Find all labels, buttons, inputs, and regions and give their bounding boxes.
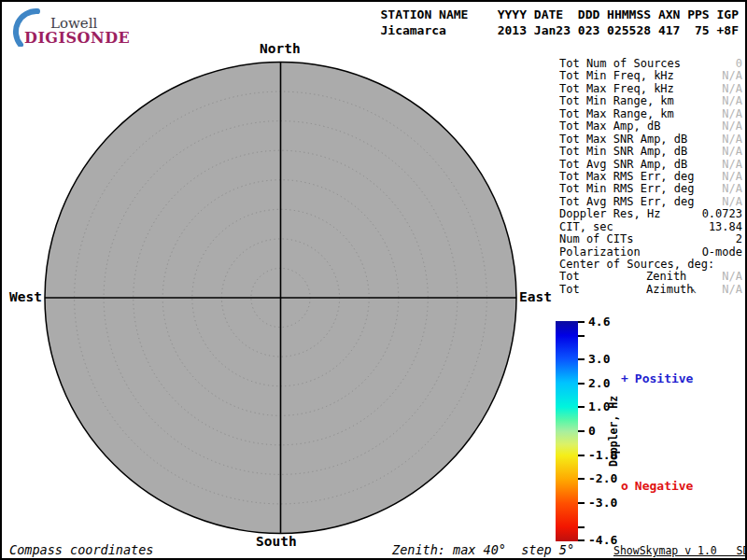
stat-row-center-sources: Center of Sources, deg:	[559, 259, 742, 271]
stat-label: Center of Sources, deg:	[559, 259, 714, 271]
colorbar-axis-label: Doppler, Hz	[607, 377, 622, 485]
mouse-cursor-icon: ↖	[691, 284, 697, 296]
stat-row-cit: CIT, sec13.84	[559, 221, 742, 233]
compass-label-south: South	[256, 534, 297, 549]
compass-label-west: West	[9, 289, 42, 304]
stat-row-avg-rms: Tot Avg RMS Err, degN/A	[559, 196, 742, 208]
negative-doppler-legend: oNegative	[621, 479, 693, 493]
stat-label: Tot Avg RMS Err, deg	[559, 196, 695, 208]
stat-value: N/A	[722, 196, 742, 208]
stat-label: Tot Max SNR Amp, dB	[559, 133, 687, 146]
stat-label: Tot Max RMS Err, deg	[559, 171, 695, 183]
compass-label-north: North	[260, 41, 301, 56]
stat-row-max-snr: Tot Max SNR Amp, dBN/A	[559, 133, 742, 146]
stat-label: Tot Max Freq, kHz	[559, 83, 674, 95]
stat-row-tot-azimuth: TotAzimuth↖N/A	[559, 284, 742, 296]
coordinate-system-label: Compass coordinates	[9, 542, 153, 557]
software-version-label: ShowSkymap v 1.0 SD v 4.2	[613, 544, 747, 557]
stat-row-num-cits: Num of CITs2	[559, 233, 742, 245]
stat-row-tot-zenith: TotZenithN/A	[559, 271, 742, 283]
stat-row-num-sources: Tot Num of Sources0	[559, 58, 742, 70]
stat-row-polarization: PolarizationO-mode	[559, 246, 742, 259]
positive-label: Positive	[635, 371, 694, 385]
stat-row-doppler-res: Doppler Res, Hz0.0723	[559, 208, 742, 220]
stat-sublabel: Azimuth	[646, 284, 694, 296]
stat-label: Polarization	[559, 246, 641, 259]
stat-row-min-snr: Tot Min SNR Amp, dBN/A	[559, 146, 742, 158]
stat-label: Tot Max Amp, dB	[559, 120, 660, 133]
negative-label: Negative	[635, 479, 694, 493]
stat-label: Tot	[559, 271, 580, 283]
stat-label: Tot Min Range, km	[559, 95, 674, 107]
stat-value: N/A	[722, 284, 742, 296]
stat-label: Tot Min RMS Err, deg	[559, 183, 695, 195]
stat-label: Tot Max Range, km	[559, 108, 674, 120]
stat-row-max-range: Tot Max Range, kmN/A	[559, 108, 742, 120]
skymap-plot: North South West East	[2, 2, 562, 560]
stat-label: Doppler Res, Hz	[559, 208, 660, 220]
stat-value: N/A	[722, 83, 742, 95]
stat-value: N/A	[722, 171, 742, 183]
circle-icon: o	[621, 479, 628, 493]
skymap-window: Lowell DIGISONDE STATION NAME YYYY DATE …	[0, 0, 747, 560]
stat-value: O-mode	[702, 246, 742, 259]
zenith-range-label: Zenith: max 40° step 5°	[392, 542, 574, 557]
stat-row-max-freq: Tot Max Freq, kHzN/A	[559, 83, 742, 95]
stat-label: Tot	[559, 284, 580, 296]
stat-value: N/A	[722, 108, 742, 120]
stat-label: Tot Min SNR Amp, dB	[559, 146, 687, 158]
stat-label: Tot Avg SNR Amp, dB	[559, 159, 687, 171]
stat-value: N/A	[722, 70, 742, 82]
stat-value: N/A	[722, 95, 742, 107]
stat-sublabel: Zenith	[646, 271, 686, 283]
stat-row-min-rms: Tot Min RMS Err, degN/A	[559, 183, 742, 195]
statistics-panel: Tot Num of Sources0 Tot Min Freq, kHzN/A…	[559, 58, 742, 296]
positive-doppler-legend: +Positive	[621, 371, 693, 385]
stat-row-min-freq: Tot Min Freq, kHzN/A	[559, 70, 742, 82]
stat-value: 0.0723	[702, 208, 742, 220]
stat-row-avg-snr: Tot Avg SNR Amp, dBN/A	[559, 159, 742, 171]
stat-row-max-amp: Tot Max Amp, dBN/A	[559, 120, 742, 133]
stat-value: N/A	[722, 183, 742, 195]
doppler-colorbar: 4.6 3.0 2.0 1.0 0 -1.0 -2.0 -3.0 -4.6 Do…	[556, 321, 742, 541]
compass-label-east: East	[519, 289, 552, 304]
stat-row-min-range: Tot Min Range, kmN/A	[559, 95, 742, 107]
stat-label: Tot Num of Sources	[559, 58, 681, 70]
colorbar-gradient	[556, 321, 578, 541]
stat-value: N/A	[722, 133, 742, 146]
stat-value: N/A	[722, 159, 742, 171]
stat-value: N/A	[722, 120, 742, 133]
stat-value: 13.84	[709, 221, 742, 233]
plus-icon: +	[621, 371, 628, 385]
stat-value: N/A	[722, 146, 742, 158]
stat-label: Tot Min Freq, kHz	[559, 70, 674, 82]
stat-value: 2	[736, 233, 742, 245]
stat-value: N/A	[722, 271, 742, 283]
stat-value: 0	[736, 58, 742, 70]
stat-label: Num of CITs	[559, 233, 633, 245]
stat-label: CIT, sec	[559, 221, 613, 233]
skymap-polar-grid	[2, 2, 562, 560]
stat-row-max-rms: Tot Max RMS Err, degN/A	[559, 171, 742, 183]
